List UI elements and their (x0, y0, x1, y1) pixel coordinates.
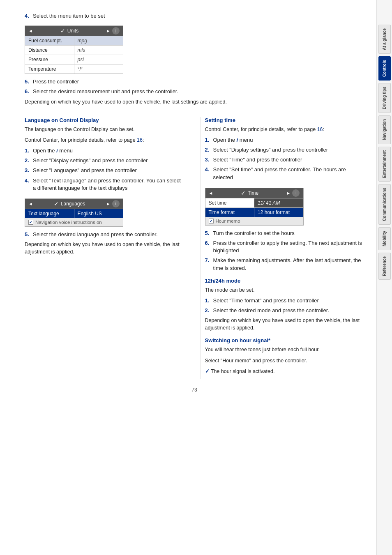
sidebar-tab-controls[interactable]: Controls (378, 56, 391, 81)
lang-step-4-text: Select "Text language" and press the con… (33, 177, 184, 192)
units-row-pressure[interactable]: Pressure psi (25, 55, 123, 64)
time-step-5-num: 5. (205, 230, 211, 237)
languages-panel-title: Languages (61, 201, 85, 207)
languages-panel-wrapper: ◄ ✓ Languages ► i (25, 194, 123, 231)
languages-panel-icon[interactable]: i (112, 200, 120, 207)
units-panel-title: Units (67, 28, 78, 34)
time-panel: ◄ ✓ Time ► i (205, 188, 304, 226)
hour-memo-checkbox[interactable] (209, 219, 214, 223)
sidebar-tab-entertainment[interactable]: Entertainment (378, 147, 391, 182)
sidebar-tab-communications-label: Communications (381, 184, 388, 224)
sidebar-tab-navigation[interactable]: Navigation (378, 115, 391, 144)
hour-signal-result-text: The hour signal is activated. (211, 368, 275, 374)
language-principle: Control Center, for principle details, r… (25, 136, 184, 144)
units-temperature-value: °F (74, 64, 123, 74)
language-page-link[interactable]: 16 (137, 137, 143, 143)
step-6-units: 6. Select the desired measurement unit a… (25, 88, 364, 95)
step-6-units-num: 6. (25, 88, 30, 95)
sidebar-tab-driving-tips[interactable]: Driving tips (378, 83, 391, 113)
time-step-1: 1. Open the i menu (205, 136, 364, 144)
languages-panel: ◄ ✓ Languages ► i (25, 198, 123, 227)
languages-text-label: Text language (25, 209, 74, 218)
time-step-3-text: Select "Time" and press the controller (213, 156, 364, 164)
units-nav-left: ◄ (28, 28, 33, 33)
lang-step-1-text: Open the i menu (33, 147, 184, 154)
units-distance-label: Distance (25, 46, 74, 55)
languages-row-text[interactable]: Text language English US (25, 209, 123, 218)
units-row-temperature[interactable]: Temperature °F (25, 64, 123, 74)
time-panel-icon[interactable]: i (292, 189, 300, 197)
units-panel-header: ◄ ✓ Units ► i (25, 26, 123, 36)
sidebar-tab-mobility-label: Mobility (381, 228, 388, 250)
language-principle-text: Control Center, for principle details, r… (25, 137, 137, 143)
lang-step-1: 1. Open the i menu (25, 147, 184, 154)
top-section: 4. Select the menu item to be set ◄ ✓ Un… (25, 12, 364, 109)
units-row-distance[interactable]: Distance mls (25, 45, 123, 55)
setting-time-page-link[interactable]: 16 (317, 127, 323, 132)
mode-step-1-text: Select "Time format" and press the contr… (213, 297, 364, 304)
setting-time-principle: Control Center, for principle details, r… (205, 126, 364, 133)
time-step-4-num: 4. (205, 166, 211, 181)
page-container: 4. Select the menu item to be set ◄ ✓ Un… (0, 0, 392, 555)
step-5-units: 5. Press the controller (25, 78, 364, 85)
time-row-format[interactable]: Time format 12 hour format (205, 207, 303, 217)
sidebar-tab-driving-tips-label: Driving tips (381, 83, 388, 113)
step-5-units-num: 5. (25, 78, 30, 85)
time-step-1-num: 1. (205, 136, 211, 144)
time-step-7-num: 7. (205, 257, 211, 272)
hour-signal-intro: You will hear three tones just before ea… (205, 346, 364, 353)
sidebar-tab-at-a-glance[interactable]: At a glance (378, 25, 391, 54)
languages-nav-right: ► (106, 201, 111, 206)
sidebar-tab-navigation-label: Navigation (381, 116, 388, 143)
languages-text-value: English US (74, 209, 123, 218)
units-temperature-label: Temperature (25, 64, 74, 74)
time-panel-title: Time (248, 190, 258, 196)
language-note: Depending on which key you have used to … (25, 241, 184, 256)
time-checkmark: ✓ (241, 190, 246, 196)
checkmark-result-icon: ✓ (205, 368, 210, 374)
nav-voice-checkbox[interactable] (28, 220, 33, 225)
units-fuel-value: mpg (74, 36, 123, 45)
mode-step-2: 2. Select the desired mode and press the… (205, 307, 364, 314)
sidebar-tab-at-a-glance-label: At a glance (381, 25, 388, 53)
units-fuel-label: Fuel consumpt. (25, 36, 74, 45)
hour-signal-heading: Switching on hour signal* (205, 337, 364, 343)
units-distance-value: mls (74, 46, 123, 55)
lang-step-5-text: Select the desired language and press th… (33, 231, 184, 238)
lang-step-2-num: 2. (25, 157, 30, 164)
time-format-label: Time format (205, 208, 255, 217)
time-step-7-text: Make the remaining adjustments. After th… (213, 257, 364, 272)
lang-step-5: 5. Select the desired language and press… (25, 231, 184, 238)
hour-memo-label: Hour memo (216, 219, 240, 223)
page-number: 73 (25, 387, 364, 393)
time-step-6-text: Press the controller to apply the settin… (213, 240, 364, 254)
time-step-6: 6. Press the controller to apply the set… (205, 240, 364, 254)
lang-step-5-num: 5. (25, 231, 30, 238)
sidebar-tab-entertainment-label: Entertainment (381, 147, 388, 181)
time-step-1-text: Open the i menu (213, 136, 364, 144)
mode-intro: The mode can be set. (205, 286, 364, 294)
units-panel-icon[interactable]: i (112, 27, 120, 35)
lang-step-2-text: Select "Display settings" and press the … (33, 157, 184, 164)
sidebar-tab-controls-label: Controls (381, 57, 388, 80)
step-5-units-text: Press the controller (33, 78, 364, 85)
units-row-fuel[interactable]: Fuel consumpt. mpg (25, 36, 123, 45)
sidebar-tab-mobility[interactable]: Mobility (378, 227, 391, 250)
time-row-settime[interactable]: Set time 11/ 41 AM (205, 198, 303, 207)
time-step-6-num: 6. (205, 240, 211, 254)
top-step-text: Select the menu item to be set (33, 12, 364, 20)
sidebar-tab-reference[interactable]: Reference (378, 253, 391, 280)
time-settime-value: 11/ 41 AM (254, 198, 303, 207)
sidebar-tabs: At a glance Controls Driving tips Naviga… (376, 0, 392, 555)
time-format-value: 12 hour format (254, 208, 303, 217)
time-step-4: 4. Select "Set time" and press the contr… (205, 166, 364, 181)
languages-panel-header: ◄ ✓ Languages ► i (25, 199, 123, 209)
lang-step-3: 3. Select "Languages" and press the cont… (25, 167, 184, 174)
languages-nav-voice-row[interactable]: Navigation voice instructions on (25, 218, 123, 226)
left-column: Language on Control Display The language… (25, 117, 188, 379)
sidebar-tab-communications[interactable]: Communications (378, 184, 391, 225)
time-hour-memo-row[interactable]: Hour memo (205, 217, 303, 225)
units-panel: ◄ ✓ Units ► i (25, 25, 123, 74)
lang-step-3-text: Select "Languages" and press the control… (33, 167, 184, 174)
time-step-7: 7. Make the remaining adjustments. After… (205, 257, 364, 272)
